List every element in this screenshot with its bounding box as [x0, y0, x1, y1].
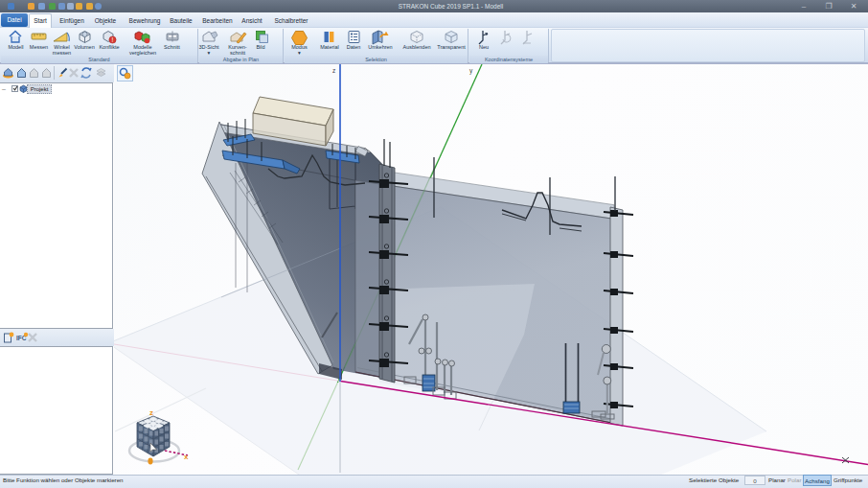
svg-text:x: x: [184, 453, 189, 461]
svg-text:!: !: [112, 36, 114, 43]
svg-text:y: y: [469, 67, 473, 75]
svg-text:z: z: [332, 67, 335, 74]
svg-text:z: z: [149, 408, 153, 417]
